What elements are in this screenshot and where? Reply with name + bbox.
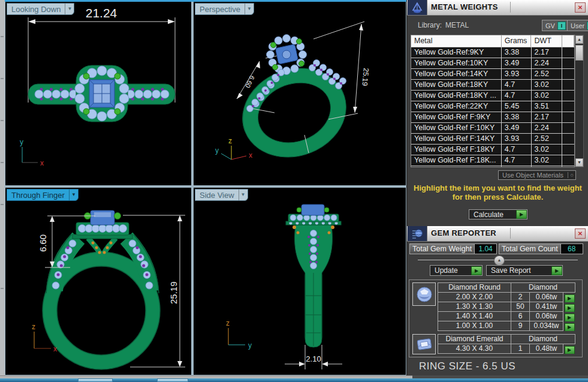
scroll-up-icon[interactable]: ▲ [575,35,583,44]
gem-cell: 2 [511,293,530,302]
viewport-selector-through-finger[interactable]: Through Finger ▼ [7,189,79,201]
gem-table-row: 2.00 X 2.0020.06tw▶ [438,293,575,302]
save-report-button[interactable]: Save Report ▶ [486,265,563,276]
gem-cell: 1 [511,344,530,354]
diamond-round-table: Diamond Round Diamond 2.00 X 2.0020.06tw… [438,282,575,331]
gem-row-go-button[interactable]: ▶ [565,314,575,321]
metal-table-row[interactable]: Yellow Gold-Ref:9KY3.382.17 [411,47,574,58]
axis-x-label: x [53,345,57,353]
update-label: Update [435,266,458,275]
user-label: User [571,22,584,29]
metal-cell: Yellow Gold-Ref:14KY [411,69,502,79]
metal-cell: Yellow Gold-Ref:10KY [411,58,502,68]
gem-table-row: 1.30 X 1.30500.41tw▶ [438,302,575,312]
axis-x-label: x [249,151,252,160]
bottom-taskbar[interactable] [0,378,588,382]
metal-table-row[interactable]: Yellow Gold-Ref F:22KY5.453.51 [411,166,574,167]
viewport-selector-perspective[interactable]: Perspective ▼ [195,3,254,15]
axis-z-label: z [226,319,230,327]
gem-type-header: Diamond Round [438,283,511,293]
metal-cell: 4.7 [502,80,532,90]
collapse-toggle-icon[interactable]: ▲ [494,255,505,266]
metal-table-row[interactable]: Yellow Gold-Ref:10KY3.492.24 [411,58,574,68]
metal-table-row[interactable]: Yellow Gold-Ref:22KY5.453.51 [411,101,574,112]
metal-table-scrollbar[interactable]: ▲ ▼ [575,35,584,167]
metal-table-row[interactable]: Yellow Gold-Ref F:10KY3.492.24 [411,122,574,133]
calculate-go-icon: ▶ [516,210,527,219]
metal-cell: 2.17 [532,47,563,58]
metal-cell: 3.93 [502,134,532,144]
metal-table-row[interactable]: Yellow Gold-Ref F:18K...4.73.02 [411,155,574,166]
close-icon[interactable]: ✕ [575,228,586,239]
metal-cell-empty [562,69,574,79]
total-gem-count: Total Gem Count 68 [499,243,583,254]
metal-cell: 3.02 [532,91,563,101]
scroll-down-icon[interactable]: ▼ [575,158,583,167]
column-header-metal[interactable]: Metal [411,35,502,47]
calculate-button[interactable]: Calculate ▶ [469,209,527,219]
gem-cell: 1.00 X 1.00 [438,321,511,331]
metal-cell: 2.24 [532,123,563,133]
chevron-down-icon[interactable]: ▼ [69,190,78,200]
gem-cell: 1.30 X 1.30 [438,302,511,312]
metal-cell-empty [562,155,574,166]
round-gem-icon [412,282,436,306]
column-header-dwt[interactable]: DWT [531,35,562,47]
gem-reporter-header: GEM REPORTER ✕ [407,226,588,242]
gv-toggle-button[interactable]: GV I [542,20,568,31]
chevron-down-icon[interactable]: ▼ [65,4,74,14]
gem-cell: 0.48tw [530,344,563,354]
viewport-region: 21.24 [5,0,406,375]
use-object-materials-button[interactable]: Use Object Materials ○ [498,170,576,180]
metal-table-row[interactable]: Yellow Gold-Ref F:18KY4.73.02 [411,144,574,155]
chevron-down-icon[interactable]: ▼ [245,4,254,14]
emerald-gem-icon [412,334,436,354]
gem-row-go-button[interactable]: ▶ [565,346,575,354]
viewport-side-view[interactable]: 2.10 z y Side View ▼ [194,188,406,375]
right-panel: METAL WEIGHTS ✕ Library:METAL GV I User … [406,0,588,375]
metal-table-row[interactable]: Yellow Gold-Ref:14KY3.932.52 [411,68,574,79]
gem-row-go-button[interactable]: ▶ [565,294,575,302]
metal-cell: Yellow Gold-Ref F:18K... [411,155,502,166]
column-header-empty [562,35,574,47]
close-icon[interactable]: ✕ [575,2,586,13]
taskbar-segment[interactable] [157,378,188,382]
metal-cell-empty [562,91,574,101]
metal-cell: 5.45 [502,166,532,167]
viewport-label: Looking Down [7,5,65,14]
total-gem-count-value: 68 [560,244,583,254]
metal-table-row[interactable]: Yellow Gold-Ref:18KY ...4.73.02 [411,90,574,101]
metal-table-row[interactable]: Yellow Gold-Ref F:14KY3.932.52 [411,133,574,144]
gem-table-row: 1.40 X 1.4060.06tw▶ [438,312,575,321]
dimension-label-head: 6.60 [244,74,256,89]
gv-label: GV [545,22,555,29]
viewport-perspective[interactable]: 25.19 6.60 z [194,2,406,185]
gem-row-go-button[interactable]: ▶ [565,323,575,331]
viewport-looking-down[interactable]: 21.24 [5,2,191,185]
metal-cell-empty [562,123,574,133]
gem-material-header: Diamond [511,335,575,344]
metal-cell: Yellow Gold-Ref:22KY [411,101,502,112]
update-button[interactable]: Update ▶ [430,265,483,276]
viewport-selector-side-view[interactable]: Side View ▼ [195,189,248,201]
gem-row-go-button[interactable]: ▶ [565,304,575,312]
chevron-down-icon[interactable]: ▼ [239,190,248,200]
metal-cell-empty [562,80,574,90]
app-window: 21.24 [0,0,588,382]
user-toggle-button[interactable]: User I [567,20,588,31]
scrollbar-thumb[interactable] [575,45,583,61]
viewport-through-finger[interactable]: 6.60 25.19 z x Through Finger ▼ [5,188,191,375]
taskbar-segment[interactable] [78,378,113,382]
axis-y-label: y [248,341,252,350]
metal-table-header: Metal Grams DWT [411,35,574,47]
column-header-grams[interactable]: Grams [502,35,532,47]
gem-cell: 4.30 X 4.30 [438,344,511,354]
metal-table-row[interactable]: Yellow Gold-Ref F:9KY3.382.17 [411,112,574,122]
metal-table-row[interactable]: Yellow Gold-Ref:18KY4.73.02 [411,79,574,90]
metal-cell: Yellow Gold-Ref F:14KY [411,134,502,144]
library-label: Library:METAL [418,21,469,29]
metal-cell-empty [562,58,574,68]
panel-title: GEM REPORTER [431,228,496,237]
viewport-selector-looking-down[interactable]: Looking Down ▼ [7,3,74,15]
calculate-label: Calculate [474,210,503,219]
